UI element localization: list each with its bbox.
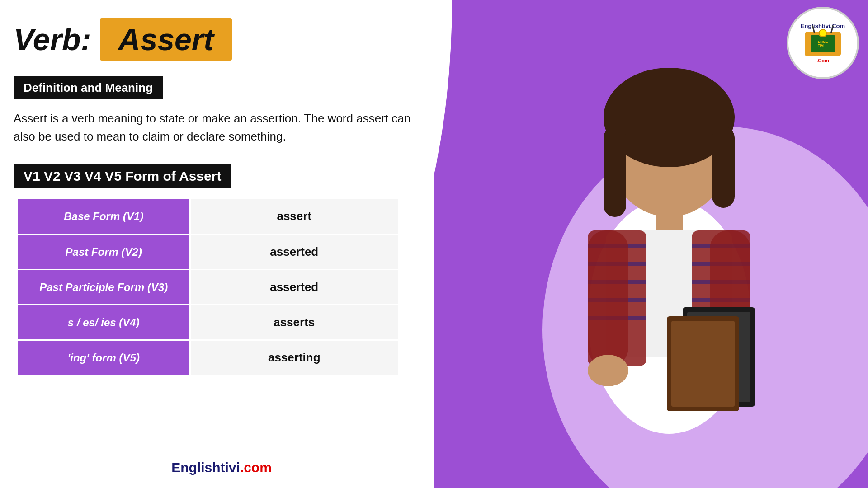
- svg-rect-19: [588, 230, 628, 366]
- footer-brand: Englishtivi.com: [171, 460, 272, 475]
- word-box: Assert: [100, 18, 232, 61]
- definition-heading-box: Definition and Meaning: [14, 76, 163, 99]
- cell-label-3: s / es/ ies (V4): [18, 305, 190, 340]
- definition-paragraph: Assert is a verb meaning to state or mak…: [14, 109, 420, 146]
- word-text: Assert: [118, 22, 214, 56]
- svg-point-21: [588, 355, 628, 386]
- cell-label-4: 'ing' form (V5): [18, 340, 190, 375]
- right-side: Englishtivi.Com ENGLTIVI .Com: [434, 0, 868, 488]
- logo-text-bottom: .Com: [816, 58, 829, 63]
- logo-tv-screen: ENGLTIVI: [811, 35, 835, 52]
- svg-rect-3: [604, 127, 626, 217]
- person-figure: [506, 36, 832, 488]
- logo-circle: Englishtivi.Com ENGLTIVI .Com: [787, 7, 859, 79]
- title-row: Verb: Assert: [14, 18, 425, 61]
- cell-label-1: Past Form (V2): [18, 235, 190, 270]
- table-row: 'ing' form (V5) asserting: [18, 340, 398, 375]
- cell-value-4: asserting: [190, 340, 398, 375]
- table-row: Past Participle Form (V3) asserted: [18, 270, 398, 305]
- table-row: s / es/ ies (V4) asserts: [18, 305, 398, 340]
- cell-value-1: asserted: [190, 235, 398, 270]
- footer: Englishtivi.com: [0, 460, 443, 475]
- verb-label: Verb:: [14, 22, 91, 57]
- cell-value-2: asserted: [190, 270, 398, 305]
- cell-value-3: asserts: [190, 305, 398, 340]
- forms-heading-box: V1 V2 V3 V4 V5 Form of Assert: [14, 164, 231, 188]
- footer-brand-dark: Englishtivi: [171, 460, 240, 475]
- logo-bulb: [819, 29, 827, 37]
- verb-forms-table: Base Form (V1) assert Past Form (V2) ass…: [18, 199, 398, 376]
- logo-tv: ENGLTIVI: [805, 32, 841, 56]
- svg-rect-26: [671, 321, 735, 407]
- definition-heading-text: Definition and Meaning: [24, 81, 153, 94]
- cell-label-0: Base Form (V1): [18, 199, 190, 235]
- cell-label-2: Past Participle Form (V3): [18, 270, 190, 305]
- table-row: Past Form (V2) asserted: [18, 235, 398, 270]
- content-left: Verb: Assert Definition and Meaning Asse…: [0, 0, 443, 488]
- svg-rect-4: [712, 127, 735, 208]
- table-row: Base Form (V1) assert: [18, 199, 398, 235]
- cell-value-0: assert: [190, 199, 398, 235]
- logo-tv-text: ENGLTIVI: [818, 40, 828, 48]
- forms-heading-text: V1 V2 V3 V4 V5 Form of Assert: [24, 169, 221, 183]
- person-svg: [506, 36, 832, 488]
- footer-brand-red: .com: [240, 460, 272, 475]
